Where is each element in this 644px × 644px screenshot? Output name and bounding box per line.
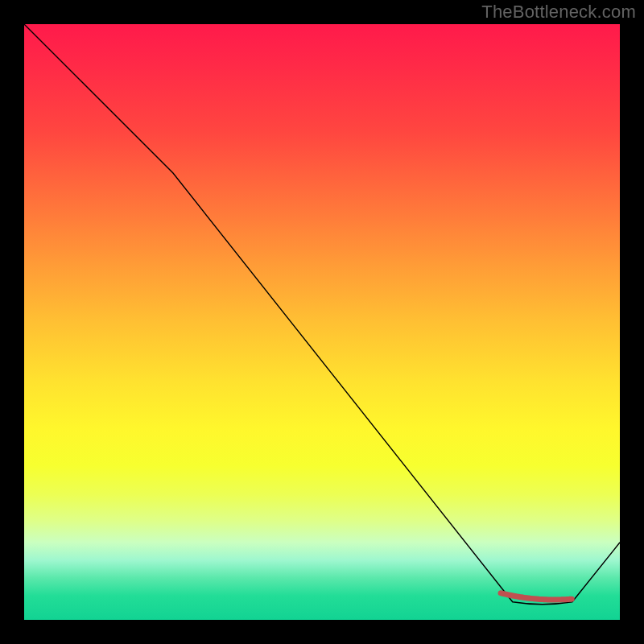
plot-area	[24, 24, 620, 620]
optimal-zone-marker-path	[501, 593, 572, 600]
watermark-text: TheBottleneck.com	[481, 2, 636, 23]
chart-svg	[24, 24, 620, 620]
chart-frame: TheBottleneck.com	[0, 0, 644, 644]
bottleneck-curve-path	[24, 24, 620, 605]
